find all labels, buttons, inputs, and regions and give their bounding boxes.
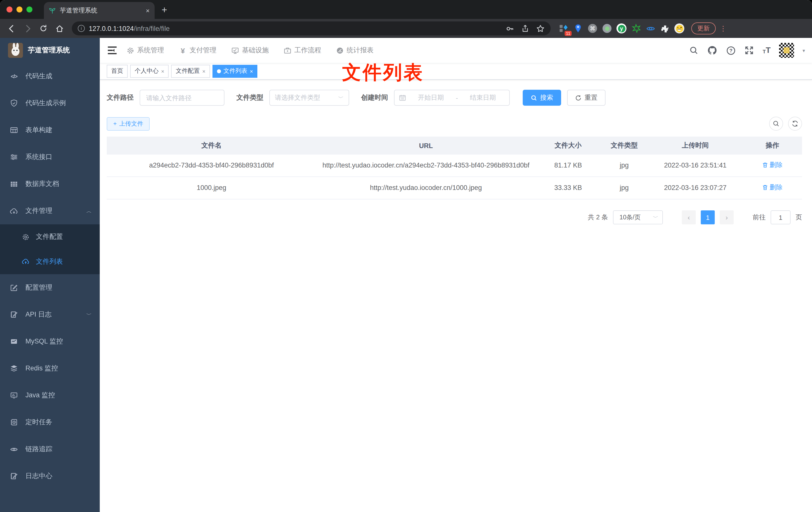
sidebar-item-api-log[interactable]: API 日志 ﹀ <box>0 301 100 328</box>
browser-menu-icon[interactable]: ⋮ <box>720 27 727 30</box>
ext-pin-icon[interactable] <box>573 24 583 33</box>
url-text[interactable]: 127.0.0.1:1024/infra/file/file <box>89 25 502 32</box>
cell-filename: a294ecb2-73dd-4353-bf40-296b8931d0bf <box>107 155 316 177</box>
sidebar-item-scheduled-tasks[interactable]: 定时任务 <box>0 409 100 436</box>
log-edit-icon <box>10 310 18 319</box>
minimize-window-button[interactable] <box>17 6 23 12</box>
forward-button[interactable] <box>21 22 34 35</box>
sidebar-item-config-management[interactable]: 配置管理 <box>0 274 100 301</box>
sidebar-item-file-config[interactable]: 文件配置 <box>0 224 100 249</box>
sidebar-item-mysql-monitor[interactable]: MySQL 监控 <box>0 328 100 355</box>
new-tab-button[interactable]: + <box>162 4 167 16</box>
ext-y-icon[interactable]: y <box>616 24 627 33</box>
top-menu: 系统管理 ¥ 支付管理 基础设施 工作流程 <box>127 46 374 55</box>
reset-button[interactable]: 重置 <box>567 90 606 106</box>
ext-grid-icon[interactable]: 11 <box>559 24 569 33</box>
sidebar-item-code-demo[interactable]: 代码生成示例 <box>0 90 100 117</box>
file-type-select[interactable]: 请选择文件类型 ﹀ <box>269 90 349 106</box>
sidebar-item-code-gen[interactable]: </> 代码生成 <box>0 63 100 90</box>
sidebar-item-redis-monitor[interactable]: Redis 监控 <box>0 355 100 382</box>
create-time-label: 创建时间 <box>361 93 388 102</box>
bookmark-star-icon[interactable] <box>536 24 545 33</box>
end-date-placeholder[interactable]: 结束日期 <box>461 93 505 102</box>
navbar-right: ? TT ▾ <box>689 43 805 58</box>
start-date-placeholder[interactable]: 开始日期 <box>409 93 453 102</box>
toggle-search-button[interactable] <box>769 117 783 131</box>
topnav-infrastructure[interactable]: 基础设施 <box>231 46 269 55</box>
ext-star-icon[interactable] <box>631 24 641 33</box>
ext-cmd-icon[interactable]: ⌘ <box>587 24 598 33</box>
total-count: 共 2 条 <box>588 213 608 222</box>
sidebar-collapse-icon[interactable] <box>107 45 118 56</box>
sidebar-item-log-center[interactable]: 日志中心 <box>0 463 100 489</box>
tag-file-config[interactable]: 文件配置× <box>171 65 210 78</box>
password-key-icon[interactable] <box>506 24 514 33</box>
logo-avatar <box>8 43 23 58</box>
delete-button[interactable]: 删除 <box>762 182 783 193</box>
search-button[interactable]: 搜索 <box>523 90 561 106</box>
goto-label: 前往 <box>753 213 765 222</box>
sidebar-logo[interactable]: 芋道管理系统 <box>0 38 100 63</box>
ext-puzzle-icon[interactable] <box>660 24 670 33</box>
next-page-button[interactable]: › <box>720 210 734 224</box>
close-icon[interactable]: × <box>202 68 205 74</box>
page-size-select[interactable]: 10条/页 ﹀ <box>613 210 663 224</box>
share-icon[interactable] <box>521 24 529 33</box>
grid-icon <box>10 180 18 188</box>
upload-file-button[interactable]: + 上传文件 <box>107 117 150 130</box>
traffic-lights <box>6 6 32 12</box>
sidebar-item-system-api[interactable]: 系统接口 <box>0 144 100 171</box>
back-button[interactable] <box>5 22 18 35</box>
topnav-system[interactable]: 系统管理 <box>127 46 164 55</box>
topnav-reports[interactable]: 统计报表 <box>336 46 374 55</box>
refresh-table-button[interactable] <box>788 117 802 131</box>
sidebar-item-file-management[interactable]: 文件管理 ︿ <box>0 198 100 224</box>
address-bar[interactable]: i 127.0.0.1:1024/infra/file/file <box>72 22 551 35</box>
ext-eye-icon[interactable] <box>645 24 656 33</box>
filter-form: 文件路径 文件类型 请选择文件类型 ﹀ 创建时间 开始日期 - 结束日期 <box>107 90 802 106</box>
gear-icon <box>127 47 134 54</box>
site-info-icon[interactable]: i <box>78 25 85 32</box>
ext-dot-icon[interactable] <box>602 24 612 33</box>
sidebar-item-file-list[interactable]: 文件列表 <box>0 249 100 274</box>
file-type-label: 文件类型 <box>236 93 263 102</box>
tab-close-icon[interactable]: × <box>146 7 150 14</box>
sidebar-item-form-builder[interactable]: 表单构建 <box>0 117 100 144</box>
page-1-button[interactable]: 1 <box>701 210 715 224</box>
help-icon[interactable]: ? <box>726 46 736 55</box>
tag-home[interactable]: 首页 <box>107 65 128 78</box>
yen-icon: ¥ <box>179 47 186 54</box>
sidebar-item-tracing[interactable]: 链路追踪 <box>0 436 100 463</box>
prev-page-button[interactable]: ‹ <box>682 210 696 224</box>
topnav-workflow[interactable]: 工作流程 <box>284 46 321 55</box>
shield-check-icon <box>10 99 18 107</box>
browser-update-button[interactable]: 更新 <box>691 23 716 34</box>
search-icon[interactable] <box>689 46 699 55</box>
file-path-input[interactable] <box>140 90 225 106</box>
goto-page-input[interactable] <box>771 210 790 224</box>
tag-profile[interactable]: 个人中心× <box>130 65 169 78</box>
close-window-button[interactable] <box>6 6 12 12</box>
font-size-icon[interactable]: TT <box>763 47 771 54</box>
github-icon[interactable] <box>707 46 717 55</box>
caret-down-icon[interactable]: ▾ <box>803 48 805 53</box>
ext-emoji-icon[interactable] <box>674 24 684 33</box>
reload-button[interactable] <box>37 22 50 35</box>
close-icon[interactable]: × <box>161 68 164 74</box>
delete-button[interactable]: 删除 <box>762 159 783 171</box>
date-range-picker[interactable]: 开始日期 - 结束日期 <box>394 90 510 106</box>
sidebar-item-db-doc[interactable]: 数据库文档 <box>0 171 100 198</box>
browser-tab[interactable]: 芋道管理系统 × <box>44 2 155 19</box>
sidebar-item-java-monitor[interactable]: Java 监控 <box>0 382 100 409</box>
search-icon <box>531 94 537 101</box>
monitor-chart-icon <box>10 337 18 345</box>
zoom-window-button[interactable] <box>26 6 32 12</box>
avatar[interactable] <box>779 43 794 58</box>
topnav-payment[interactable]: ¥ 支付管理 <box>179 46 216 55</box>
close-icon[interactable]: × <box>250 68 253 74</box>
tag-file-list[interactable]: 文件列表× <box>212 65 258 78</box>
extensions-area: 11 ⌘ y <box>559 24 684 33</box>
home-button[interactable] <box>53 22 66 35</box>
dashboard-icon <box>336 47 344 54</box>
fullscreen-icon[interactable] <box>744 46 754 55</box>
